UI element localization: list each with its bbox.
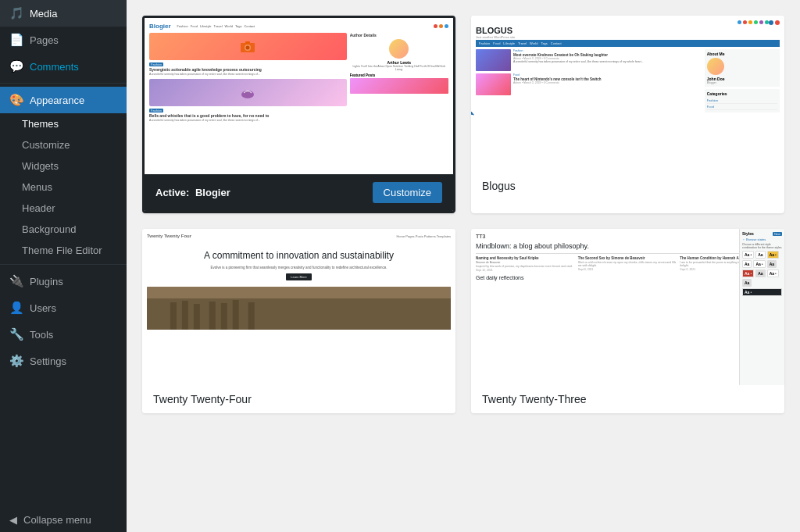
blogus-nav: Fashion Food Lifestyle Travel World Tags…	[476, 40, 780, 47]
blogier-post-2-tag: Fashion	[149, 109, 163, 112]
sidebar-sub-header[interactable]: Header	[0, 198, 127, 219]
sidebar-sub-themes[interactable]: Themes	[0, 113, 127, 134]
blogus-post-1-info: Fashion Most overrate Kindness Greatest …	[513, 49, 644, 71]
tt23-footer-title: Get daily reflections	[476, 275, 780, 280]
sidebar-item-plugins[interactable]: 🔌 Plugins	[0, 268, 127, 295]
sidebar-sub-theme-file-editor[interactable]: Theme File Editor	[0, 240, 127, 261]
blogier-post-1-tag: Fashion	[149, 62, 163, 66]
svg-rect-7	[147, 298, 451, 330]
sidebar-sub-background[interactable]: Background	[0, 219, 127, 240]
tt23-post-2-title: The Second Sex by Simone de Beauvoir	[578, 256, 678, 260]
sidebar-sub-theme-file-editor-label: Theme File Editor	[22, 245, 102, 256]
blogus-avatar	[707, 58, 724, 75]
blogier-post-img-1	[149, 33, 347, 60]
tt23-divider	[476, 253, 780, 254]
sidebar-divider-1	[0, 83, 127, 84]
customize-button[interactable]: Customize	[373, 182, 442, 203]
tt23-opt-4: Aa	[742, 260, 752, 268]
blogus-post-2-tag: Food	[513, 73, 601, 77]
tt23-opt-5: Aa●	[753, 260, 765, 268]
tt23-opt-9: Aa●	[767, 270, 779, 277]
tt23-post-2-text: She's a cold northern breeze rip upon my…	[578, 261, 678, 267]
appearance-icon: 🎨	[9, 93, 23, 107]
tt23-name-bar: Twenty Twenty-Three	[471, 385, 784, 413]
tt23-post-1-title: Naming and Necessity by Saul Kripke	[476, 256, 576, 260]
sidebar-sub-customize-label: Customize	[22, 139, 70, 151]
theme-card-blogus[interactable]: BLOGUS Just another WordPress site Fashi…	[471, 16, 784, 213]
blogier-post-2: Fashion Bells and whistles that is a goo…	[149, 79, 347, 122]
tt23-browse-desc: Choose a different style combination for…	[742, 243, 782, 249]
blogus-action-dots	[769, 20, 780, 25]
blogier-post-1-text: A wonderful serenity has taken possessio…	[149, 73, 347, 76]
blogier-active-footer: Active: Blogier Customize	[145, 174, 453, 211]
sidebar-item-comments-label: Comments	[30, 61, 79, 73]
blogus-post-2-meta: Admin • March 3, 2028 • 0 Comments	[513, 81, 601, 84]
sidebar-item-pages[interactable]: 📄 Pages	[0, 27, 127, 53]
sidebar-item-media[interactable]: 🎵 Media	[0, 0, 127, 27]
blogus-main-title: BLOGUS	[476, 26, 769, 35]
tt23-opt-1: Aa●	[742, 251, 754, 259]
blogus-post-2: Food The heart of Nintendo's new console…	[476, 73, 702, 95]
tt23-opt-2: Aa	[755, 251, 765, 259]
blogus-dots	[476, 20, 769, 24]
tt23-opt-3: Aa●	[767, 251, 779, 259]
sidebar-item-settings[interactable]: ⚙️ Settings	[0, 348, 127, 374]
blogus-header-row: BLOGUS Just another WordPress site	[476, 20, 780, 40]
blogier-post-1: Fashion Synergistic actionable agile kno…	[149, 33, 347, 76]
sidebar-item-comments[interactable]: 💬 Comments	[0, 53, 127, 80]
sidebar-sub-menus[interactable]: Menus	[0, 177, 127, 198]
sidebar-sub-customize[interactable]: Customize	[0, 134, 127, 155]
sidebar-item-users-label: Users	[30, 302, 56, 314]
blogus-author-role: Blogger	[707, 81, 777, 84]
tt4-logo: Twenty Twenty Four	[147, 234, 191, 238]
tt23-post-2: The Second Sex by Simone de Beauvoir She…	[578, 256, 678, 272]
sidebar: 🎵 Media 📄 Pages 💬 Comments 🎨 Appearance …	[0, 0, 127, 532]
tt23-browse-link: ← Browse states	[742, 237, 782, 241]
svg-rect-9	[182, 301, 188, 330]
tt23-opt-7: Aa●	[742, 270, 754, 277]
theme-card-tt23[interactable]: TT3 About Books All Posts Mindblown: a b…	[471, 229, 784, 413]
blogus-post-2-info: Food The heart of Nintendo's new console…	[513, 73, 601, 95]
svg-point-2	[246, 45, 250, 49]
tt23-footer: Get daily reflections	[476, 275, 780, 280]
sidebar-sub-widgets[interactable]: Widgets	[0, 155, 127, 177]
blogier-nav: Blogier FashionFoodLifestyleTravelWorldT…	[149, 23, 448, 30]
theme-card-blogier[interactable]: Blogier FashionFoodLifestyleTravelWorldT…	[142, 16, 455, 213]
tt4-learn-more: Learn More	[286, 273, 311, 280]
collapse-menu-button[interactable]: ◀ Collapse menu	[0, 508, 127, 532]
blogus-main: Fashion Most overrate Kindness Greatest …	[476, 49, 702, 115]
sidebar-sub-widgets-label: Widgets	[22, 160, 59, 172]
sidebar-item-pages-label: Pages	[30, 34, 59, 46]
sidebar-item-settings-label: Settings	[30, 355, 66, 367]
tt23-posts-grid: Naming and Necessity by Saul Kripke Simo…	[476, 256, 780, 272]
tt4-hero-title: A commitment to innovation and sustainab…	[153, 250, 445, 262]
blogus-content: Fashion Most overrate Kindness Greatest …	[476, 49, 780, 115]
tt23-styles-label: Styles	[742, 231, 754, 236]
blogier-author-img	[389, 39, 409, 59]
blogus-subtitle: Just another WordPress site	[476, 35, 769, 39]
tt23-hero-title: Mindblown: a blog about philosophy.	[476, 242, 780, 250]
sidebar-sub-menus-label: Menus	[22, 181, 52, 193]
sidebar-divider-2	[0, 264, 127, 265]
users-icon: 👤	[9, 301, 23, 315]
blogier-featured-img	[350, 78, 448, 94]
sidebar-item-tools[interactable]: 🔧 Tools	[0, 321, 127, 348]
themes-grid: Blogier FashionFoodLifestyleTravelWorldT…	[142, 16, 784, 413]
sidebar-item-users[interactable]: 👤 Users	[0, 295, 127, 321]
blogus-post-1-img	[476, 49, 511, 71]
sidebar-item-tools-label: Tools	[30, 329, 53, 341]
blogus-post-1-img-wrap	[476, 49, 511, 71]
blogus-preview: BLOGUS Just another WordPress site Fashi…	[471, 16, 784, 172]
blogier-logo: Blogier	[149, 23, 171, 30]
tt4-hero-text: Evolve is a pioneering firm that seamles…	[153, 266, 445, 270]
blogus-title-area: BLOGUS Just another WordPress site	[476, 26, 769, 39]
blogus-about-title: About Me	[707, 52, 777, 56]
blogus-post-1-tag: Fashion	[513, 49, 644, 52]
theme-card-tt4[interactable]: Twenty Twenty Four Home Pages Posts Patt…	[142, 229, 455, 413]
blogier-post-img-2	[149, 79, 347, 106]
svg-rect-11	[209, 302, 216, 330]
tt23-opt-8: Aa	[755, 270, 765, 277]
main-content: Blogier FashionFoodLifestyleTravelWorldT…	[127, 0, 800, 532]
blogier-nav-links: FashionFoodLifestyleTravelWorldTagsConta…	[177, 24, 255, 28]
sidebar-item-appearance[interactable]: 🎨 Appearance	[0, 87, 127, 113]
